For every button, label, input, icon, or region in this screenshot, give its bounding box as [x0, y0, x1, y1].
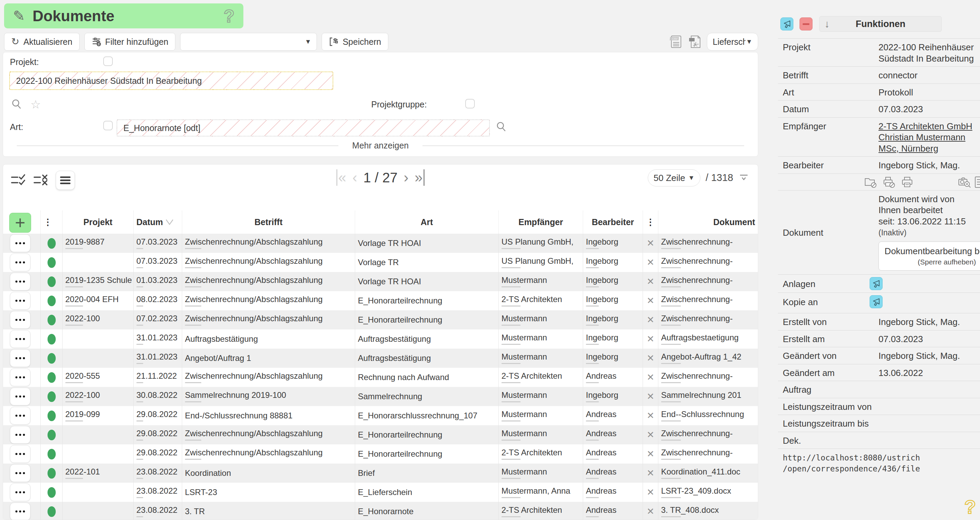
row-menu-button[interactable]	[10, 502, 30, 520]
save-button[interactable]: Speichern	[321, 33, 388, 51]
row-menu-button[interactable]	[10, 464, 30, 482]
close-icon[interactable]: ✕	[647, 391, 655, 402]
row-menu-button[interactable]	[10, 483, 30, 501]
cursor-select-button[interactable]	[870, 295, 883, 308]
cell-empfaenger: 2-TS Architekten	[499, 368, 583, 387]
document-icon[interactable]	[975, 176, 980, 188]
close-icon[interactable]: ✕	[647, 353, 655, 364]
cell-datum: 23.08.2022	[134, 502, 182, 520]
prev-page-button[interactable]: ‹	[352, 169, 357, 186]
column-header-bearbeiter[interactable]: Bearbeiter	[583, 211, 643, 234]
table-row[interactable]: 2019-988707.03.2023Zwischenrechnung/Absc…	[3, 234, 758, 253]
row-menu-button[interactable]	[10, 311, 30, 329]
row-menu-cell	[3, 483, 41, 502]
projekt-filter-checkbox[interactable]	[103, 56, 113, 66]
end-document-editing-button[interactable]: Dokumentbearbeitung beenden(Sperre aufhe…	[878, 241, 980, 271]
refresh-button[interactable]: ↻ Aktualisieren	[4, 33, 80, 51]
row-menu-button[interactable]	[10, 426, 30, 444]
close-icon[interactable]: ✕	[647, 257, 655, 268]
cell-projekt: 2019-1235 Schule	[62, 272, 134, 291]
last-page-button[interactable]: »	[415, 169, 425, 186]
table-row[interactable]: 2022-10030.08.2022Sammelrechnung 2019-10…	[3, 387, 758, 406]
column-header-betrifft[interactable]: Betrifft	[182, 211, 355, 234]
projekt-filter-input[interactable]: 2022-100 Reihenhäuser Südstadt In Bearbe…	[9, 72, 333, 90]
micro-subtext	[586, 267, 599, 268]
table-row[interactable]: 23.08.2022LSRT-23E_LieferscheinMusterman…	[3, 483, 758, 502]
csv-export-icon[interactable]: CSV	[669, 35, 683, 49]
functions-header[interactable]: ↓ Funktionen	[819, 16, 942, 32]
row-menu-button[interactable]	[10, 234, 30, 252]
rows-per-page-select[interactable]: 50 Zeile ▼	[648, 169, 700, 187]
next-page-button[interactable]: ›	[404, 169, 409, 186]
search-icon[interactable]	[495, 121, 508, 133]
close-icon[interactable]: ✕	[647, 506, 655, 517]
print-icon[interactable]	[901, 176, 913, 188]
close-icon[interactable]: ✕	[647, 333, 655, 345]
table-row[interactable]: 23.08.20223. TRE_Honorarnote2-TS Archite…	[3, 502, 758, 520]
table-row[interactable]: 2020-004 EFH08.02.2023Zwischenrechnung/A…	[3, 291, 758, 310]
row-menu-button[interactable]	[10, 407, 30, 424]
document-type-select[interactable]: Liefersch ▼	[707, 33, 758, 51]
detail-value[interactable]: 2-TS Architekten GmbH Christian Musterma…	[878, 120, 980, 154]
row-menu-button[interactable]	[10, 445, 30, 463]
table-row[interactable]: 2019-09929.08.2022End-/Schlussrechnung 8…	[3, 406, 758, 425]
add-filter-button[interactable]: Filter hinzufügen	[84, 33, 176, 51]
projektgruppe-filter-checkbox[interactable]	[465, 99, 475, 108]
table-row[interactable]: 2019-1235 Schule01.03.2023Zwischenrechnu…	[3, 272, 758, 291]
table-row[interactable]: 29.08.2022Zwischenrechnung/Abschlagszahl…	[3, 444, 758, 464]
row-menu-button[interactable]	[10, 349, 30, 367]
close-icon[interactable]: ✕	[647, 410, 655, 421]
cell-art: Vorlage TR	[355, 253, 499, 272]
row-menu-button[interactable]	[10, 292, 30, 309]
column-header-dokument[interactable]: Dokument	[659, 211, 758, 234]
preview-icon[interactable]	[958, 176, 971, 188]
row-menu-button[interactable]	[10, 368, 30, 386]
close-icon[interactable]: ✕	[647, 372, 655, 383]
table-row[interactable]: 2022-10123.08.2022KoordinationBriefMuste…	[3, 464, 758, 483]
row-menu-button[interactable]	[10, 388, 30, 405]
search-icon[interactable]	[11, 98, 23, 110]
row-menu-button[interactable]	[10, 254, 30, 271]
document-url-link[interactable]: http://localhost:8080/ustrich /open/corr…	[783, 453, 920, 473]
column-menu-icon[interactable]: ⋮	[646, 217, 655, 228]
star-icon[interactable]: ☆	[30, 97, 41, 111]
micro-subtext	[185, 267, 201, 268]
table-row[interactable]: 07.03.2023Zwischenrechnung/Abschlagszahl…	[3, 253, 758, 272]
saved-filter-select[interactable]: ▼	[180, 33, 317, 51]
close-icon[interactable]: ✕	[647, 238, 655, 249]
pdf-export-icon[interactable]	[688, 35, 702, 49]
row-menu-button[interactable]	[10, 273, 30, 290]
collapse-icon[interactable]	[739, 174, 749, 182]
row-menu-button[interactable]	[10, 330, 30, 348]
cell-empfaenger-text: Mustermann	[501, 276, 547, 285]
show-more-link[interactable]: Mehr anzeigen	[352, 140, 409, 150]
close-icon[interactable]: ✕	[647, 468, 655, 479]
add-document-button[interactable]: +	[9, 213, 31, 233]
help-icon[interactable]: ?	[964, 496, 976, 518]
cursor-select-button[interactable]	[780, 18, 793, 30]
close-icon[interactable]: ✕	[647, 448, 655, 459]
table-row[interactable]: 2020-55521.11.2022Zwischenrechnung/Absch…	[3, 368, 758, 387]
close-icon[interactable]: ✕	[647, 276, 655, 287]
folder-blocked-icon[interactable]	[864, 176, 877, 188]
column-header-datum[interactable]: Datum	[134, 211, 182, 234]
print-blocked-icon[interactable]	[883, 176, 896, 188]
close-icon[interactable]: ✕	[647, 314, 655, 325]
art-filter-checkbox[interactable]	[103, 121, 113, 130]
help-icon[interactable]: ?	[224, 6, 234, 26]
column-menu-icon[interactable]: ⋮	[43, 217, 52, 228]
first-page-button[interactable]: «	[336, 169, 346, 186]
column-header-empfaenger[interactable]: Empfänger	[499, 211, 583, 234]
cursor-select-button[interactable]	[870, 277, 883, 290]
art-filter-input[interactable]: E_Honorarnote [odt]	[116, 120, 490, 137]
column-header-projekt[interactable]: Projekt	[62, 211, 134, 234]
table-row[interactable]: 2022-10007.02.2023Zwischenrechnung/Absch…	[3, 310, 758, 329]
close-icon[interactable]: ✕	[647, 487, 655, 498]
close-icon[interactable]: ✕	[647, 295, 655, 306]
table-row[interactable]: 31.01.2023AuftragsbestätigungAuftragsbes…	[3, 329, 758, 349]
table-row[interactable]: 29.08.2022Zwischenrechnung/Abschlagszahl…	[3, 425, 758, 444]
close-icon[interactable]: ✕	[647, 429, 655, 440]
column-header-art[interactable]: Art	[355, 211, 499, 234]
table-row[interactable]: 31.01.2023Angebot/Auftrag 1Auftragsbestä…	[3, 349, 758, 368]
remove-button[interactable]	[800, 18, 813, 30]
